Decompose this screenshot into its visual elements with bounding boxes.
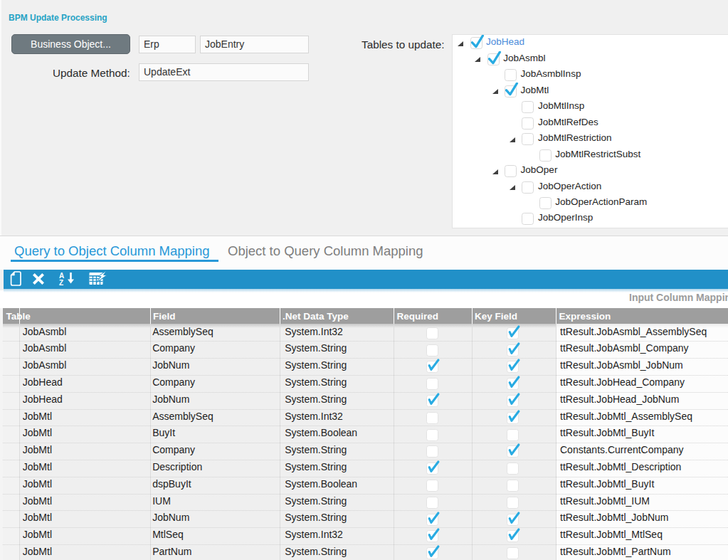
svg-text:Z: Z	[59, 279, 63, 287]
